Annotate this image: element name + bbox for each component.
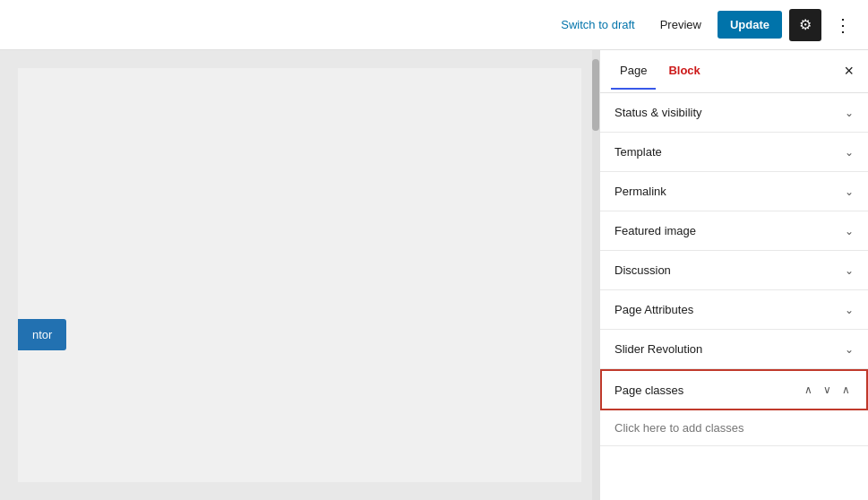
switch-to-draft-button[interactable]: Switch to draft xyxy=(552,13,643,37)
panel-page-classes-label: Page classes xyxy=(614,384,683,397)
more-options-button[interactable]: ⋮ xyxy=(829,11,857,39)
chevron-down-icon: ⌄ xyxy=(845,264,854,277)
panel-page-classes-up-button[interactable]: ∧ xyxy=(801,382,816,398)
sidebar-panels: Status & visibility ⌄ Template ⌄ Permali… xyxy=(600,93,868,500)
update-button[interactable]: Update xyxy=(718,11,782,39)
chevron-down-icon: ⌄ xyxy=(845,185,854,198)
tab-block[interactable]: Block xyxy=(659,53,709,90)
panel-page-classes-body xyxy=(600,410,868,445)
canvas: ntor xyxy=(18,68,581,482)
sidebar-close-button[interactable]: × xyxy=(840,58,857,84)
scrollbar-track[interactable] xyxy=(592,50,599,500)
panel-status-visibility-label: Status & visibility xyxy=(614,106,702,119)
tab-page[interactable]: Page xyxy=(611,53,656,90)
settings-button[interactable]: ⚙ xyxy=(789,9,821,41)
panel-permalink: Permalink ⌄ xyxy=(600,172,868,211)
page-classes-input[interactable] xyxy=(614,421,854,435)
chevron-down-icon: ⌄ xyxy=(845,107,854,119)
gear-icon: ⚙ xyxy=(799,16,812,33)
panel-featured-image-label: Featured image xyxy=(614,224,696,237)
panel-slider-revolution: Slider Revolution ⌄ xyxy=(600,330,868,369)
panel-page-classes-actions: ∧ ∨ ∧ xyxy=(801,382,854,398)
scrollbar-thumb[interactable] xyxy=(592,59,599,131)
sidebar-header: Page Block × xyxy=(600,50,868,93)
chevron-down-icon: ⌄ xyxy=(845,146,854,159)
panel-page-classes-header[interactable]: Page classes ∧ ∨ ∧ xyxy=(600,369,868,410)
panel-page-attributes: Page Attributes ⌄ xyxy=(600,290,868,330)
panel-discussion: Discussion ⌄ xyxy=(600,251,868,290)
panel-page-classes: Page classes ∧ ∨ ∧ xyxy=(600,369,868,446)
chevron-down-icon: ⌄ xyxy=(845,225,854,237)
preview-button[interactable]: Preview xyxy=(651,13,710,37)
sidebar: Page Block × Status & visibility ⌄ Templ… xyxy=(599,50,868,500)
panel-page-attributes-label: Page Attributes xyxy=(614,303,693,316)
panel-featured-image: Featured image ⌄ xyxy=(600,211,868,251)
panel-slider-revolution-header[interactable]: Slider Revolution ⌄ xyxy=(600,330,868,368)
panel-discussion-label: Discussion xyxy=(614,263,671,277)
panel-template: Template ⌄ xyxy=(600,133,868,172)
panel-slider-revolution-label: Slider Revolution xyxy=(614,342,702,356)
toolbar: Switch to draft Preview Update ⚙ ⋮ xyxy=(0,0,868,50)
panel-page-classes-collapse-button[interactable]: ∧ xyxy=(838,382,854,398)
chevron-down-icon: ⌄ xyxy=(845,343,854,356)
panel-status-visibility-header[interactable]: Status & visibility ⌄ xyxy=(600,93,868,132)
panel-page-classes-down-button[interactable]: ∨ xyxy=(820,382,835,398)
panel-featured-image-header[interactable]: Featured image ⌄ xyxy=(600,211,868,250)
panel-template-label: Template xyxy=(614,145,662,159)
more-icon: ⋮ xyxy=(834,15,852,35)
panel-status-visibility: Status & visibility ⌄ xyxy=(600,93,868,133)
main-canvas-area: ntor xyxy=(0,50,599,500)
panel-discussion-header[interactable]: Discussion ⌄ xyxy=(600,251,868,289)
chevron-down-icon: ⌄ xyxy=(845,304,854,316)
panel-permalink-header[interactable]: Permalink ⌄ xyxy=(600,172,868,211)
panel-template-header[interactable]: Template ⌄ xyxy=(600,133,868,171)
panel-page-attributes-header[interactable]: Page Attributes ⌄ xyxy=(600,290,868,329)
panel-permalink-label: Permalink xyxy=(614,185,666,198)
elementor-button[interactable]: ntor xyxy=(18,319,66,350)
